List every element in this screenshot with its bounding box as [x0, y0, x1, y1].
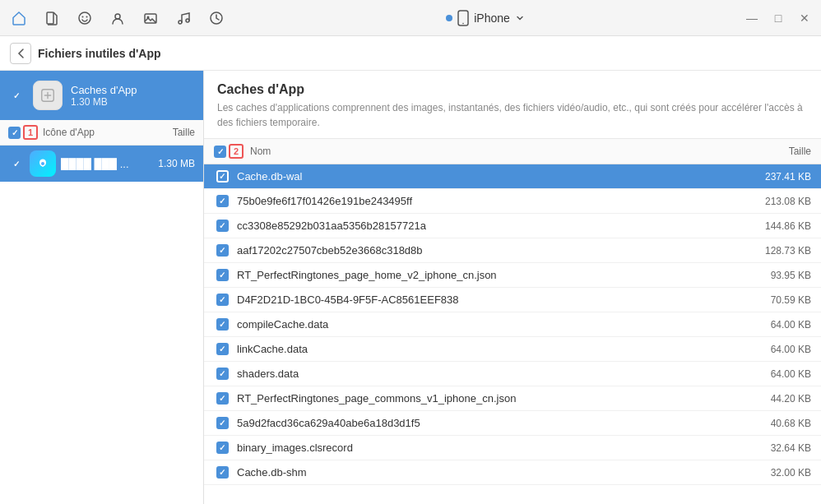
file-size: 144.86 KB: [737, 220, 811, 232]
file-checkbox-wrap: [214, 442, 230, 454]
file-name: 5a9d2facd36ca629a40abe6a18d3d1f5: [237, 417, 731, 429]
header-cb-wrap-2: 2: [214, 144, 244, 159]
clock-icon[interactable]: [207, 9, 225, 27]
file-checkbox[interactable]: [216, 392, 229, 405]
file-name: Cache.db-shm: [237, 466, 731, 479]
file-row[interactable]: linkCache.data64.00 KB: [204, 337, 821, 362]
category-item-caches[interactable]: Caches d'App 1.30 MB: [0, 71, 203, 120]
device-name: iPhone: [474, 12, 510, 25]
right-header: Caches d'App Les caches d'applications c…: [204, 71, 821, 139]
file-checkbox[interactable]: [216, 170, 229, 183]
app-row[interactable]: ████ ███ ... 1.30 MB: [0, 146, 203, 182]
maximize-button[interactable]: □: [772, 12, 785, 25]
chevron-down-icon: [515, 13, 525, 23]
right-header-desc: Les caches d'applications comprennent de…: [217, 100, 808, 130]
file-row[interactable]: cc3308e85292b031aa5356b28157721a144.86 K…: [204, 214, 821, 238]
svg-point-7: [179, 21, 182, 24]
files-icon[interactable]: [43, 9, 61, 27]
header-cb-wrap-1: 1: [8, 125, 38, 140]
file-size: 40.68 KB: [737, 418, 811, 429]
svg-point-3: [86, 16, 88, 17]
device-info: iPhone: [446, 10, 525, 26]
file-name: RT_PerfectRingtones_page_home_v2_iphone_…: [237, 269, 731, 281]
file-row[interactable]: compileCache.data64.00 KB: [204, 312, 821, 337]
category-name: Caches d'App: [71, 84, 195, 96]
app-icon: [30, 150, 56, 177]
file-checkbox[interactable]: [216, 244, 229, 257]
photos-icon[interactable]: [141, 9, 160, 27]
file-size: 93.95 KB: [737, 270, 811, 281]
breadcrumb-title: Fichiers inutiles d'App: [38, 47, 161, 60]
file-size: 44.20 KB: [737, 393, 811, 405]
file-checkbox-wrap: [214, 244, 230, 257]
file-checkbox-wrap: [214, 170, 230, 183]
svg-point-2: [82, 16, 84, 17]
file-size: 70.59 KB: [737, 294, 811, 306]
file-checkbox-wrap: [214, 195, 230, 207]
file-row[interactable]: aaf17202c27507cbeb52e3668c318d8b128.73 K…: [204, 238, 821, 263]
svg-point-8: [186, 19, 189, 22]
home-icon[interactable]: [10, 9, 28, 27]
file-checkbox[interactable]: [216, 220, 229, 232]
file-checkbox-wrap: [214, 368, 230, 380]
file-checkbox-wrap: [214, 220, 230, 232]
file-checkbox[interactable]: [216, 195, 229, 207]
close-button[interactable]: ✕: [798, 12, 811, 25]
file-size: 64.00 KB: [737, 319, 811, 331]
file-row[interactable]: Cache.db-wal237.41 KB: [204, 164, 821, 189]
svg-rect-0: [47, 12, 53, 24]
contacts-icon[interactable]: [109, 9, 127, 27]
file-col-size-header: Taille: [737, 146, 811, 157]
file-name: cc3308e85292b031aa5356b28157721a: [237, 220, 731, 232]
file-checkbox[interactable]: [216, 442, 229, 454]
app-header-checkbox[interactable]: [8, 127, 21, 139]
app-row-checkbox[interactable]: [11, 158, 23, 170]
file-col-name-header: Nom: [250, 146, 731, 157]
file-row[interactable]: binary_images.clsrecord32.64 KB: [204, 436, 821, 460]
minimize-button[interactable]: —: [745, 12, 758, 25]
file-checkbox[interactable]: [216, 343, 229, 355]
back-button[interactable]: [10, 43, 31, 64]
nav-icons: [10, 9, 225, 27]
file-name: 75b0e9fe6f17f01426e191be243495ff: [237, 195, 731, 207]
file-name: linkCache.data: [237, 343, 731, 355]
file-row[interactable]: D4F2D21D-1BC0-45B4-9F5F-AC8561EEF83870.5…: [204, 288, 821, 312]
category-size: 1.30 MB: [71, 96, 195, 108]
file-size: 32.64 KB: [737, 442, 811, 454]
file-checkbox-wrap: [214, 466, 230, 479]
file-table-header: 2 Nom Taille: [204, 139, 821, 164]
app-name: ████ ███ ...: [61, 158, 153, 170]
file-row[interactable]: 75b0e9fe6f17f01426e191be243495ff213.08 K…: [204, 189, 821, 214]
file-row[interactable]: Cache.db-shm32.00 KB: [204, 460, 821, 485]
file-row[interactable]: shaders.data64.00 KB: [204, 362, 821, 386]
file-row[interactable]: 5a9d2facd36ca629a40abe6a18d3d1f540.68 KB: [204, 411, 821, 436]
svg-point-1: [79, 12, 90, 24]
file-name: Cache.db-wal: [237, 170, 731, 183]
num-badge-1: 1: [23, 125, 38, 140]
category-checkbox[interactable]: [11, 90, 23, 102]
file-name: compileCache.data: [237, 318, 731, 331]
file-checkbox[interactable]: [216, 368, 229, 380]
file-checkbox[interactable]: [216, 294, 229, 306]
file-row[interactable]: RT_PerfectRingtones_page_home_v2_iphone_…: [204, 263, 821, 288]
file-checkbox[interactable]: [216, 269, 229, 281]
breadcrumb: Fichiers inutiles d'App: [0, 36, 821, 71]
file-size: 237.41 KB: [737, 171, 811, 183]
file-checkbox[interactable]: [216, 318, 229, 331]
svg-point-13: [41, 162, 44, 165]
file-name: RT_PerfectRingtones_page_commons_v1_ipho…: [237, 392, 731, 405]
file-name: D4F2D21D-1BC0-45B4-9F5F-AC8561EEF838: [237, 294, 731, 306]
col-header-icon: Icône d'App: [43, 127, 168, 138]
file-row[interactable]: RT_PerfectRingtones_page_commons_v1_ipho…: [204, 386, 821, 411]
smiley-icon[interactable]: [76, 9, 94, 27]
file-size: 64.00 KB: [737, 344, 811, 355]
file-name: aaf17202c27507cbeb52e3668c318d8b: [237, 244, 731, 257]
file-checkbox[interactable]: [216, 466, 229, 479]
right-panel: Caches d'App Les caches d'applications c…: [204, 71, 821, 504]
left-panel: Caches d'App 1.30 MB 1 Icône d'App Taill…: [0, 71, 204, 504]
file-checkbox-wrap: [214, 294, 230, 306]
file-checkbox[interactable]: [216, 417, 229, 429]
music-icon[interactable]: [174, 9, 192, 27]
file-header-checkbox[interactable]: [214, 146, 226, 158]
file-size: 32.00 KB: [737, 467, 811, 479]
